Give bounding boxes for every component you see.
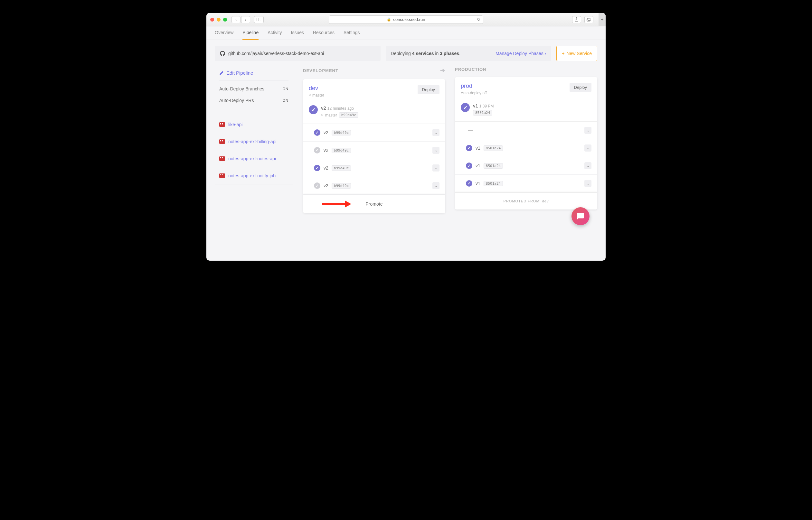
- share-button[interactable]: [572, 16, 581, 23]
- repo-box[interactable]: github.com/jayair/serverless-stack-demo-…: [215, 46, 381, 61]
- branch-icon: ⑂: [309, 93, 311, 97]
- edit-pipeline-link[interactable]: Edit Pipeline: [215, 67, 293, 79]
- prod-card: prod Auto-deploy off Deploy v11:39 PM 85…: [455, 77, 597, 209]
- check-icon: [466, 145, 472, 151]
- tab-settings[interactable]: Settings: [344, 26, 360, 40]
- sidebar-service-notify-job[interactable]: notes-app-ext-notify-job: [215, 167, 293, 184]
- divider: [219, 80, 288, 80]
- maximize-icon[interactable]: [223, 18, 227, 22]
- dev-stage-name[interactable]: dev: [309, 85, 324, 92]
- prod-service-row: — ⌄: [455, 122, 597, 139]
- prod-version[interactable]: v1: [473, 103, 478, 108]
- sidebar-service-notes-api[interactable]: notes-app-ext-notes-api: [215, 150, 293, 167]
- browser-window: ‹ › 🔒 console.seed.run ↻ + Overview Pipe…: [206, 13, 606, 261]
- check-icon: [314, 165, 320, 171]
- sidebar-service-like-api[interactable]: like-api: [215, 116, 293, 133]
- close-icon[interactable]: [210, 18, 214, 22]
- promoted-from-label: PROMOTED FROM: dev: [455, 192, 597, 209]
- dev-card: dev ⑂ master Deploy v212 minutes ago: [303, 79, 445, 213]
- stage-label-development: DEVELOPMENT ➔: [303, 67, 445, 74]
- prod-stage-name[interactable]: prod: [461, 83, 487, 89]
- expand-icon[interactable]: ⌄: [584, 127, 591, 134]
- prod-service-row: v1 8501a24 ⌄: [455, 175, 597, 192]
- empty-icon: —: [468, 127, 473, 133]
- expand-icon[interactable]: ⌄: [432, 164, 439, 172]
- tab-issues[interactable]: Issues: [291, 26, 304, 40]
- tab-resources[interactable]: Resources: [313, 26, 334, 40]
- github-icon: [220, 51, 225, 56]
- new-tab-button[interactable]: +: [599, 13, 606, 26]
- forward-button[interactable]: ›: [241, 16, 250, 23]
- check-icon: [461, 103, 470, 112]
- service-icon: [219, 122, 225, 127]
- prod-time: 1:39 PM: [479, 104, 494, 108]
- check-icon: [314, 129, 320, 136]
- expand-icon[interactable]: ⌄: [432, 182, 439, 189]
- tab-pipeline[interactable]: Pipeline: [243, 26, 258, 40]
- new-service-button[interactable]: + New Service: [556, 46, 597, 61]
- check-icon: [309, 105, 318, 114]
- auto-deploy-branches-setting[interactable]: Auto-Deploy Branches ON: [215, 83, 293, 95]
- service-icon: [219, 156, 225, 161]
- dev-service-row: v2 b99d49c ⌄: [303, 141, 445, 159]
- stage-development: DEVELOPMENT ➔ dev ⑂ master Deploy: [303, 67, 445, 252]
- expand-icon[interactable]: ⌄: [584, 145, 591, 152]
- deploying-text: Deploying 4 services in 3 phases.: [391, 51, 460, 56]
- topbar: github.com/jayair/serverless-stack-demo-…: [206, 40, 606, 61]
- expand-icon[interactable]: ⌄: [584, 180, 591, 187]
- prod-deploy-button[interactable]: Deploy: [569, 83, 591, 92]
- window-controls: [210, 18, 227, 22]
- expand-icon[interactable]: ⌄: [432, 147, 439, 154]
- dev-card-header: dev ⑂ master Deploy: [303, 79, 445, 101]
- address-bar[interactable]: 🔒 console.seed.run ↻: [329, 16, 483, 24]
- sidebar: Edit Pipeline Auto-Deploy Branches ON Au…: [215, 67, 293, 252]
- dev-time: 12 minutes ago: [327, 106, 354, 111]
- prod-service-row: v1 8501a24 ⌄: [455, 157, 597, 175]
- pencil-icon: [219, 71, 224, 75]
- stages: DEVELOPMENT ➔ dev ⑂ master Deploy: [293, 67, 597, 252]
- check-icon: [314, 182, 320, 189]
- sidebar-service-billing-api[interactable]: notes-app-ext-billing-api: [215, 133, 293, 150]
- tabs-button[interactable]: [584, 16, 593, 23]
- minimize-icon[interactable]: [217, 18, 221, 22]
- svg-marker-6: [345, 201, 351, 208]
- svg-rect-3: [587, 19, 590, 21]
- manage-deploy-phases-link[interactable]: Manage Deploy Phases ›: [496, 51, 546, 56]
- dev-version-row: v212 minutes ago ⑂masterb99d49c: [303, 101, 445, 124]
- titlebar: ‹ › 🔒 console.seed.run ↻ +: [206, 13, 606, 26]
- prod-hash[interactable]: 8501a24: [473, 110, 492, 115]
- auto-deploy-prs-setting[interactable]: Auto-Deploy PRs ON: [215, 95, 293, 106]
- arrow-right-icon: ➔: [440, 67, 445, 74]
- chat-icon: [576, 212, 585, 220]
- url-text: console.seed.run: [393, 17, 425, 22]
- expand-icon[interactable]: ⌄: [432, 129, 439, 136]
- tab-overview[interactable]: Overview: [215, 26, 233, 40]
- lock-icon: 🔒: [387, 17, 391, 22]
- repo-url: github.com/jayair/serverless-stack-demo-…: [228, 51, 324, 56]
- check-icon: [314, 147, 320, 154]
- refresh-icon[interactable]: ↻: [477, 17, 480, 22]
- annotation-arrow-icon: [322, 200, 351, 208]
- chat-button[interactable]: [572, 207, 589, 225]
- dev-service-row: v2 b99d49c ⌄: [303, 124, 445, 141]
- sidebar-toggle-button[interactable]: [254, 16, 264, 23]
- check-icon: [466, 162, 472, 169]
- content: Edit Pipeline Auto-Deploy Branches ON Au…: [206, 61, 606, 261]
- expand-icon[interactable]: ⌄: [584, 162, 591, 169]
- prod-card-header: prod Auto-deploy off Deploy: [455, 77, 597, 99]
- service-icon: [219, 174, 225, 178]
- dev-version[interactable]: v2: [321, 105, 326, 111]
- dev-hash[interactable]: b99d49c: [339, 112, 358, 118]
- promote-button[interactable]: Promote: [303, 195, 445, 213]
- prod-version-row: v11:39 PM 8501a24: [455, 99, 597, 122]
- dev-deploy-button[interactable]: Deploy: [417, 85, 439, 94]
- main-nav: Overview Pipeline Activity Issues Resour…: [206, 26, 606, 40]
- stage-production: PRODUCTION prod Auto-deploy off Deploy v…: [455, 67, 597, 252]
- dev-branch: ⑂ master: [309, 93, 324, 98]
- tab-activity[interactable]: Activity: [268, 26, 282, 40]
- branch-icon: ⑂: [321, 113, 323, 117]
- deploying-box: Deploying 4 services in 3 phases. Manage…: [386, 46, 552, 61]
- check-icon: [466, 180, 472, 187]
- dev-service-row: v2 b99d49c ⌄: [303, 177, 445, 195]
- back-button[interactable]: ‹: [231, 16, 240, 23]
